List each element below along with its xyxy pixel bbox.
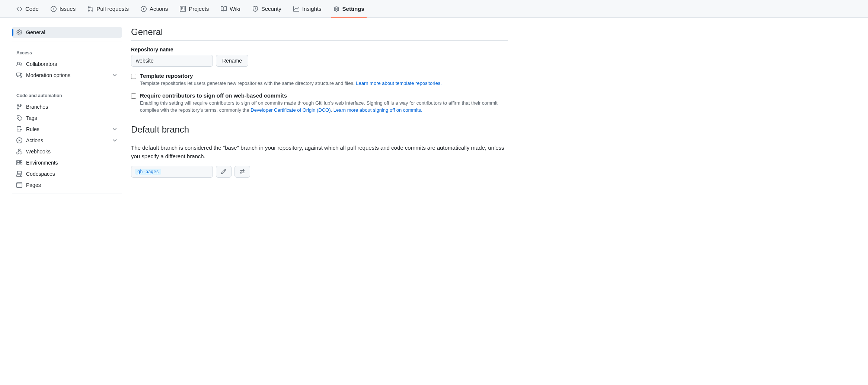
- settings-sidebar: General Access Collaborators Moderation …: [12, 27, 122, 197]
- graph-icon: [293, 6, 299, 12]
- tab-settings[interactable]: Settings: [329, 0, 369, 18]
- tab-settings-label: Settings: [342, 6, 364, 12]
- play-icon: [141, 6, 147, 12]
- tab-wiki[interactable]: Wiki: [216, 0, 245, 18]
- tab-projects-label: Projects: [189, 6, 209, 12]
- sidebar-section-code-automation: Code and automation: [12, 87, 122, 101]
- arrow-switch-icon: [239, 169, 245, 175]
- main-content: General Repository name Rename Template …: [131, 27, 508, 197]
- play-icon: [16, 137, 22, 143]
- dco-link[interactable]: Developer Certificate of Origin (DCO): [250, 107, 331, 113]
- signoff-checkbox[interactable]: [131, 93, 136, 99]
- gear-icon: [16, 29, 22, 35]
- sidebar-item-branches[interactable]: Branches: [12, 101, 122, 112]
- signoff-desc: Enabling this setting will require contr…: [140, 99, 508, 114]
- switch-branch-button[interactable]: [234, 166, 250, 178]
- template-repo-title: Template repository: [140, 73, 442, 79]
- people-icon: [16, 61, 22, 67]
- sidebar-item-label: Rules: [26, 126, 39, 132]
- tab-wiki-label: Wiki: [230, 6, 240, 12]
- sidebar-item-environments[interactable]: Environments: [12, 157, 122, 168]
- tab-security-label: Security: [261, 6, 281, 12]
- sidebar-item-collaborators[interactable]: Collaborators: [12, 58, 122, 70]
- branch-icon: [16, 104, 22, 110]
- codespaces-icon: [16, 171, 22, 177]
- text: .: [331, 107, 334, 113]
- sidebar-item-tags[interactable]: Tags: [12, 112, 122, 124]
- signoff-title: Require contributors to sign off on web-…: [140, 92, 508, 99]
- shield-icon: [252, 6, 258, 12]
- tab-insights[interactable]: Insights: [289, 0, 326, 18]
- code-icon: [16, 6, 22, 12]
- pull-request-icon: [87, 6, 93, 12]
- sidebar-section-access: Access: [12, 44, 122, 58]
- issue-icon: [51, 6, 57, 12]
- sidebar-item-label: Environments: [26, 160, 58, 166]
- template-repo-desc: Template repositories let users generate…: [140, 80, 442, 87]
- default-branch-heading: Default branch: [131, 124, 508, 138]
- rename-branch-button[interactable]: [216, 166, 232, 178]
- tab-projects[interactable]: Projects: [175, 0, 213, 18]
- sidebar-item-pages[interactable]: Pages: [12, 179, 122, 191]
- default-branch-display: gh-pages: [131, 166, 213, 178]
- tab-pull-requests[interactable]: Pull requests: [83, 0, 133, 18]
- sidebar-item-moderation[interactable]: Moderation options: [12, 70, 122, 81]
- sidebar-item-rules[interactable]: Rules: [12, 124, 122, 135]
- tab-insights-label: Insights: [302, 6, 322, 12]
- text: Template repositories let users generate…: [140, 80, 356, 86]
- sidebar-item-codespaces[interactable]: Codespaces: [12, 168, 122, 179]
- sidebar-item-label: Tags: [26, 115, 37, 121]
- sidebar-item-label: General: [26, 29, 45, 35]
- tab-code-label: Code: [25, 6, 39, 12]
- template-repo-learn-more-link[interactable]: Learn more about template repositories.: [356, 80, 442, 86]
- tag-icon: [16, 115, 22, 121]
- repo-tabs: Code Issues Pull requests Actions Projec…: [0, 0, 868, 18]
- comment-discussion-icon: [16, 72, 22, 78]
- sidebar-item-label: Actions: [26, 137, 43, 143]
- tab-issues[interactable]: Issues: [46, 0, 80, 18]
- rename-button[interactable]: Rename: [216, 55, 248, 67]
- tab-security[interactable]: Security: [248, 0, 286, 18]
- gear-icon: [334, 6, 339, 12]
- sidebar-item-label: Pages: [26, 182, 41, 188]
- webhook-icon: [16, 149, 22, 155]
- default-branch-desc: The default branch is considered the "ba…: [131, 143, 508, 161]
- project-icon: [180, 6, 186, 12]
- sidebar-item-actions[interactable]: Actions: [12, 135, 122, 146]
- repo-name-label: Repository name: [131, 47, 508, 52]
- sidebar-item-general[interactable]: General: [12, 27, 122, 38]
- template-repo-checkbox[interactable]: [131, 74, 136, 79]
- divider: [12, 41, 122, 41]
- tab-pull-requests-label: Pull requests: [96, 6, 129, 12]
- sidebar-item-label: Collaborators: [26, 61, 57, 67]
- tab-actions-label: Actions: [150, 6, 168, 12]
- repo-name-input[interactable]: [131, 55, 213, 67]
- divider: [12, 194, 122, 194]
- chevron-down-icon: [112, 126, 118, 132]
- book-icon: [221, 6, 227, 12]
- tab-code[interactable]: Code: [12, 0, 43, 18]
- pencil-icon: [221, 169, 227, 175]
- signoff-learn-more-link[interactable]: Learn more about signing off on commits.: [334, 107, 422, 113]
- branch-name-chip: gh-pages: [135, 169, 161, 175]
- browser-icon: [16, 182, 22, 188]
- repo-push-icon: [16, 126, 22, 132]
- tab-actions[interactable]: Actions: [136, 0, 172, 18]
- sidebar-item-webhooks[interactable]: Webhooks: [12, 146, 122, 157]
- divider: [12, 84, 122, 84]
- chevron-down-icon: [112, 137, 118, 143]
- tab-issues-label: Issues: [60, 6, 76, 12]
- page-title: General: [131, 27, 508, 41]
- sidebar-item-label: Webhooks: [26, 149, 51, 155]
- sidebar-item-label: Codespaces: [26, 171, 55, 177]
- chevron-down-icon: [112, 72, 118, 78]
- sidebar-item-label: Branches: [26, 104, 48, 110]
- server-icon: [16, 160, 22, 166]
- sidebar-item-label: Moderation options: [26, 72, 70, 78]
